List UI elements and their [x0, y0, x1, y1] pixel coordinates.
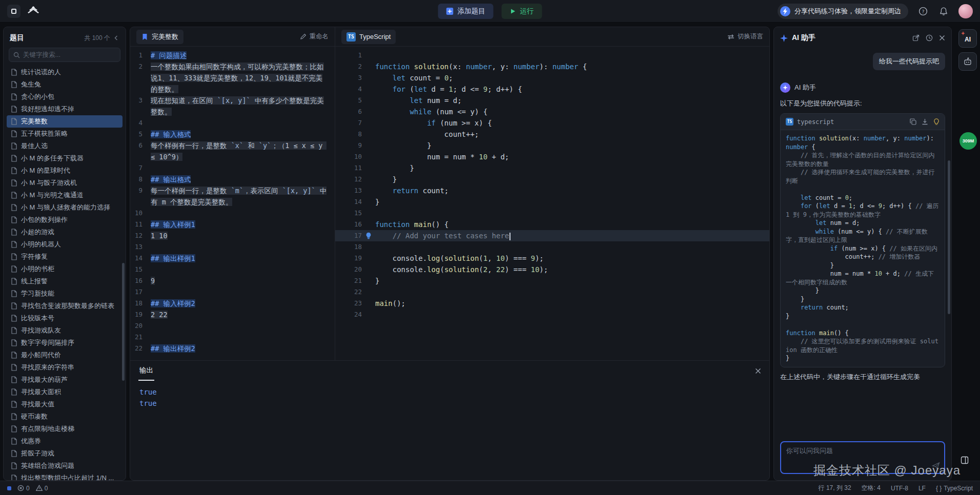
- description-line[interactable]: 192 22: [130, 309, 335, 320]
- sidebar-item[interactable]: 找出整型数组中占比超过 1/N ...: [7, 472, 122, 480]
- sidebar-item[interactable]: 硬币凑数: [7, 410, 122, 423]
- ai-chat-input[interactable]: [781, 442, 944, 473]
- sidebar-item[interactable]: 比较版本号: [7, 312, 122, 324]
- code-line[interactable]: 15: [335, 208, 769, 219]
- description-line[interactable]: 20: [130, 320, 335, 332]
- code-line[interactable]: 3 let count = 0;: [335, 72, 769, 84]
- sidebar-item[interactable]: 学习新技能: [7, 287, 122, 300]
- code-line[interactable]: 21}: [335, 275, 769, 286]
- description-line[interactable]: 169: [130, 275, 335, 286]
- code-line[interactable]: 24: [335, 309, 769, 320]
- code-line[interactable]: 13 return count;: [335, 185, 769, 196]
- code-line[interactable]: 2function solution(x: number, y: number)…: [335, 61, 769, 72]
- description-lines[interactable]: 1# 问题描述2一个整数如果由相同数字构成，可以称为完美整数；比如说1、11、3…: [130, 47, 335, 360]
- description-line[interactable]: 2一个整数如果由相同数字构成，可以称为完美整数；比如说1、11、333就是完美整…: [130, 61, 335, 95]
- lightbulb-icon[interactable]: [362, 232, 375, 239]
- insert-code-icon[interactable]: [922, 118, 928, 125]
- sidebar-item[interactable]: 贪心的小包: [7, 91, 122, 103]
- close-output-icon[interactable]: [755, 368, 761, 374]
- warnings-indicator[interactable]: 0: [36, 485, 48, 492]
- open-external-icon[interactable]: [912, 34, 920, 42]
- eol-setting[interactable]: LF: [918, 485, 926, 492]
- app-logo-icon[interactable]: [7, 5, 21, 18]
- description-line[interactable]: 4: [130, 117, 335, 129]
- indentation-setting[interactable]: 空格: 4: [862, 484, 881, 492]
- sidebar-item[interactable]: 小明的书柜: [7, 263, 122, 275]
- panel-expand-icon[interactable]: [961, 456, 969, 464]
- sidebar-item[interactable]: 五子棋获胜策略: [7, 128, 122, 140]
- send-message-icon[interactable]: [932, 462, 940, 470]
- code-line[interactable]: 16function main() {: [335, 219, 769, 230]
- copy-icon[interactable]: [910, 118, 916, 125]
- description-line[interactable]: 10: [130, 208, 335, 219]
- code-line[interactable]: 23main();: [335, 298, 769, 309]
- history-clock-icon[interactable]: [926, 34, 933, 42]
- description-line[interactable]: 6每个样例有一行，是整数 `x` 和 `y`；（1 ≤ x ≤ y ≤ 10^9…: [130, 140, 335, 162]
- sidebar-item[interactable]: 寻找游戏队友: [7, 324, 122, 337]
- sidebar-item[interactable]: 小超的游戏: [7, 226, 122, 238]
- notifications-bell-icon[interactable]: [938, 6, 949, 17]
- description-line[interactable]: 1# 问题描述: [130, 50, 335, 61]
- sidebar-item[interactable]: 小 M 的星球时代: [7, 164, 122, 177]
- description-line[interactable]: 121 10: [130, 230, 335, 241]
- ai-panel-scrollbar[interactable]: [948, 160, 950, 314]
- description-line[interactable]: 5## 输入格式: [130, 129, 335, 140]
- description-line[interactable]: 9每一个样例一行，是整数 `m`，表示区间 `[x, y]` 中有 m 个整数是…: [130, 185, 335, 208]
- code-line[interactable]: 14}: [335, 196, 769, 208]
- sidebar-item[interactable]: 小 M 的多任务下载器: [7, 152, 122, 164]
- description-line[interactable]: 11## 输入样例1: [130, 219, 335, 230]
- code-line[interactable]: 20 console.log(solution(2, 22) === 10);: [335, 264, 769, 275]
- description-line[interactable]: 15: [130, 264, 335, 275]
- sidebar-item[interactable]: 有点限制地走楼梯: [7, 423, 122, 435]
- errors-indicator[interactable]: 0: [17, 485, 30, 492]
- encoding-setting[interactable]: UTF-8: [891, 485, 908, 492]
- sidebar-item[interactable]: 小 M 与狼人拯救者的能力选择: [7, 201, 122, 214]
- sidebar-item[interactable]: 寻找最大值: [7, 398, 122, 410]
- editor-lines[interactable]: 12function solution(x: number, y: number…: [335, 47, 769, 360]
- sidebar-item[interactable]: 小包的数列操作: [7, 214, 122, 226]
- code-line[interactable]: 9 }: [335, 140, 769, 151]
- tab-typescript[interactable]: TS TypeScript: [341, 30, 396, 44]
- code-line[interactable]: 22: [335, 286, 769, 298]
- sidebar-item[interactable]: 英雄组合游戏问题: [7, 460, 122, 472]
- search-input[interactable]: [23, 51, 116, 58]
- tab-output[interactable]: 输出: [138, 361, 154, 381]
- quota-badge[interactable]: 309M: [959, 132, 977, 150]
- description-line[interactable]: 8## 输出格式: [130, 174, 335, 185]
- code-line[interactable]: 7 if (num >= x) {: [335, 117, 769, 129]
- sidebar-item[interactable]: 线上报警: [7, 275, 122, 287]
- language-mode[interactable]: { } TypeScript: [936, 485, 973, 492]
- code-line[interactable]: 5 let num = d;: [335, 95, 769, 106]
- promo-banner[interactable]: 分享代码练习体验，领限量定制周边: [778, 4, 908, 19]
- description-line[interactable]: 3现在想知道，在区间 `[x, y]` 中有多少个整数是完美整数。: [130, 95, 335, 117]
- code-line[interactable]: 6 while (num <= y) {: [335, 106, 769, 117]
- juejin-logo-icon[interactable]: [26, 5, 41, 18]
- assistant-robot-button[interactable]: [958, 52, 977, 71]
- close-ai-panel-icon[interactable]: [939, 35, 945, 41]
- help-icon[interactable]: ?: [917, 6, 929, 17]
- cursor-position[interactable]: 行 17, 列 32: [819, 484, 851, 492]
- sidebar-item[interactable]: 兔生兔: [7, 78, 122, 91]
- description-line[interactable]: 17: [130, 286, 335, 298]
- sidebar-item[interactable]: 字符修复: [7, 251, 122, 263]
- description-line[interactable]: 22## 输出样例2: [130, 343, 335, 354]
- sidebar-item[interactable]: 摇骰子游戏: [7, 447, 122, 460]
- sidebar-item[interactable]: 寻找包含斐波那契数最多的链表: [7, 300, 122, 312]
- sidebar-item[interactable]: 小 M 与光明之魂通道: [7, 189, 122, 201]
- description-line[interactable]: 7: [130, 162, 335, 174]
- sidebar-item[interactable]: 小 M 与骰子游戏机: [7, 177, 122, 189]
- code-line[interactable]: 19 console.log(solution(1, 10) === 9);: [335, 253, 769, 264]
- sidebar-item[interactable]: 统计说谎的人: [7, 66, 122, 78]
- ai-code-lines[interactable]: function solution(x: number, y: number):…: [781, 130, 945, 367]
- description-line[interactable]: 13: [130, 241, 335, 253]
- code-line[interactable]: 1: [335, 50, 769, 61]
- sidebar-item[interactable]: 我好想逃却逃不掉: [7, 103, 122, 115]
- sidebar-item[interactable]: 优惠券: [7, 435, 122, 447]
- collapse-sidebar-icon[interactable]: [113, 35, 119, 41]
- sidebar-item[interactable]: 小明的机器人: [7, 238, 122, 251]
- sidebar-item[interactable]: 最佳人选: [7, 140, 122, 152]
- sidebar-item[interactable]: 数字字母间隔排序: [7, 337, 122, 349]
- code-line[interactable]: 4 for (let d = 1; d <= 9; d++) {: [335, 84, 769, 95]
- code-line[interactable]: 10 num = num * 10 + d;: [335, 151, 769, 162]
- code-line[interactable]: 11 }: [335, 162, 769, 174]
